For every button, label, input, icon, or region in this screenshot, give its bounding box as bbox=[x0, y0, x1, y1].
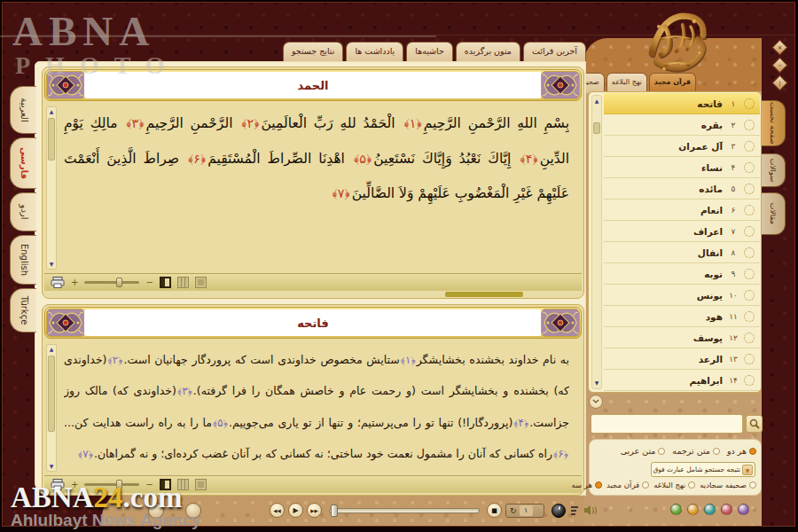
surah-list-item[interactable]: ۵مائده bbox=[604, 178, 760, 200]
expand-list-button[interactable] bbox=[589, 395, 603, 409]
rewind-button[interactable]: ◀◀ bbox=[270, 503, 285, 518]
arabic-panel-vscrollbar[interactable]: ▲ ▼ bbox=[46, 106, 57, 270]
language-tab[interactable]: فارسی bbox=[10, 137, 36, 189]
surah-list-item[interactable]: ۱۳الرعد bbox=[604, 348, 760, 370]
book-tab[interactable]: قرآن مجید bbox=[649, 73, 696, 93]
playback-progress-handle[interactable] bbox=[331, 505, 338, 517]
zoom-slider-thumb[interactable] bbox=[116, 480, 122, 489]
radio-option[interactable]: صحیفه سجادیه bbox=[700, 481, 756, 489]
scroll-down-icon[interactable]: ▼ bbox=[592, 379, 601, 387]
zoom-slider[interactable] bbox=[84, 483, 139, 486]
zoom-in-button[interactable]: + bbox=[71, 481, 78, 489]
repeat-control[interactable]: ↻ ١ bbox=[505, 504, 544, 518]
radio-dot[interactable] bbox=[713, 448, 720, 455]
radio-option[interactable]: هر دو bbox=[727, 446, 756, 456]
radio-dot[interactable] bbox=[749, 481, 756, 489]
view-mode-single-button[interactable] bbox=[160, 479, 171, 490]
zoom-slider[interactable] bbox=[84, 281, 139, 284]
view-mode-page-button[interactable] bbox=[195, 479, 207, 490]
surah-list-item[interactable]: ۲بقره bbox=[604, 114, 760, 136]
radio-option[interactable]: متن ترجمه bbox=[672, 446, 720, 456]
window-close-button[interactable]: ✕ bbox=[771, 39, 787, 55]
scroll-up-icon[interactable]: ▲ bbox=[592, 97, 601, 106]
surah-list-item[interactable]: ۱۰یونس bbox=[604, 285, 760, 306]
radio-dot[interactable] bbox=[749, 448, 756, 455]
print-icon[interactable] bbox=[51, 479, 65, 490]
surah-list-item[interactable]: ۹توبه bbox=[604, 263, 760, 285]
zoom-in-button[interactable]: + bbox=[71, 278, 78, 287]
view-mode-columns-button[interactable] bbox=[177, 277, 189, 288]
forward-button[interactable]: ▶▶ bbox=[307, 503, 322, 518]
status-circle-green[interactable] bbox=[670, 504, 682, 515]
surah-number: ۲ bbox=[727, 121, 739, 129]
surah-list-item[interactable]: ۱۲یوسف bbox=[604, 327, 760, 348]
language-tab[interactable]: English bbox=[10, 235, 36, 285]
top-tab[interactable]: متون برگزیده bbox=[456, 42, 520, 61]
chrome-tool-button-1[interactable] bbox=[148, 503, 164, 519]
surah-list-item[interactable]: ۴نساء bbox=[604, 157, 760, 178]
language-tab[interactable]: Türkçe bbox=[10, 288, 36, 332]
stop-button[interactable]: ■ bbox=[487, 503, 502, 518]
side-tab[interactable]: صفحه نخست bbox=[762, 100, 786, 146]
book-tab[interactable]: نهج البلاغه bbox=[606, 73, 647, 93]
match-mode-dropdown[interactable]: ▼ نتیجه جستجو شامل عبارت فوق باشد bbox=[651, 462, 755, 477]
radio-dot[interactable] bbox=[658, 448, 665, 455]
top-tab[interactable]: یادداشت ها bbox=[346, 42, 403, 61]
radio-option[interactable]: هر سه bbox=[571, 481, 602, 489]
search-input[interactable] bbox=[591, 414, 743, 434]
radio-option[interactable]: متن عربی bbox=[621, 446, 666, 456]
volume-knob[interactable] bbox=[552, 504, 566, 518]
playback-progress-bar[interactable] bbox=[329, 508, 480, 513]
status-circle-orange[interactable] bbox=[687, 504, 699, 515]
print-icon[interactable] bbox=[51, 277, 65, 288]
zoom-out-button[interactable]: − bbox=[145, 278, 153, 287]
status-circle-red[interactable] bbox=[721, 504, 732, 515]
scrollbar-thumb[interactable] bbox=[593, 122, 600, 134]
zoom-out-button[interactable]: − bbox=[145, 481, 153, 489]
radio-dot[interactable] bbox=[642, 481, 649, 489]
surah-list-item[interactable]: ۱فاتحه bbox=[604, 93, 760, 114]
status-circle-teal[interactable] bbox=[704, 504, 716, 515]
language-tab[interactable]: العربية bbox=[10, 86, 36, 134]
side-tab[interactable]: سوالات bbox=[762, 153, 786, 187]
chrome-tool-button-2[interactable] bbox=[185, 503, 201, 519]
search-button[interactable] bbox=[746, 415, 763, 433]
surah-list-item[interactable]: ۸انفال bbox=[604, 242, 760, 263]
radio-dot[interactable] bbox=[688, 481, 695, 489]
hscrollbar-thumb[interactable] bbox=[445, 292, 523, 297]
top-tab[interactable]: حاشیه‌ها bbox=[406, 42, 453, 61]
radio-option[interactable]: قرآن مجید bbox=[606, 481, 649, 489]
view-mode-page-button[interactable] bbox=[195, 277, 207, 288]
play-button[interactable]: ▶ bbox=[288, 503, 303, 518]
surah-list-scrollbar[interactable]: ▲ ▼ bbox=[591, 95, 602, 389]
forward-icon: ▶▶ bbox=[310, 508, 317, 513]
scrollbar-thumb[interactable] bbox=[48, 118, 55, 160]
scroll-up-icon[interactable]: ▲ bbox=[47, 107, 56, 116]
surah-list-item[interactable]: ۷اعراف bbox=[604, 221, 760, 242]
speaker-icon[interactable] bbox=[583, 505, 597, 516]
side-tab[interactable]: مقالات bbox=[762, 192, 786, 235]
view-mode-single-button[interactable] bbox=[160, 277, 171, 288]
surah-list-item[interactable]: ۳آل عمران bbox=[604, 136, 760, 157]
status-circle-purple[interactable] bbox=[738, 504, 749, 515]
top-tab[interactable]: آخرین قرائت bbox=[523, 42, 586, 61]
zoom-slider-thumb[interactable] bbox=[116, 278, 122, 287]
scroll-up-icon[interactable]: ▲ bbox=[47, 345, 56, 354]
radio-dot[interactable] bbox=[595, 481, 602, 489]
window-info-button[interactable]: ❘ bbox=[771, 74, 787, 90]
scrollbar-thumb[interactable] bbox=[48, 356, 55, 432]
surah-list-item[interactable]: ۱۱هود bbox=[604, 306, 760, 327]
translation-panel-vscrollbar[interactable]: ▲ ▼ bbox=[46, 344, 57, 472]
scroll-down-icon[interactable]: ▼ bbox=[47, 260, 56, 269]
dropdown-arrow-icon[interactable]: ▼ bbox=[742, 465, 753, 475]
top-tab[interactable]: نتایج جستجو bbox=[283, 42, 343, 61]
surah-list-item[interactable]: ۶انعام bbox=[604, 200, 760, 221]
language-tab[interactable]: اردو bbox=[10, 192, 36, 231]
surah-list-item[interactable]: ۱۴ابراهیم bbox=[604, 370, 760, 391]
radio-option[interactable]: نهج البلاغه bbox=[653, 481, 695, 489]
window-minimize-button[interactable]: ─ bbox=[771, 57, 787, 73]
scroll-down-icon[interactable]: ▼ bbox=[47, 462, 56, 471]
verse-text: اهْدِنَا الصِّراطَ الْمُسْتَقِيمَ bbox=[207, 151, 345, 167]
view-mode-columns-button[interactable] bbox=[177, 479, 189, 490]
arabic-panel-hscrollbar[interactable] bbox=[44, 292, 582, 297]
